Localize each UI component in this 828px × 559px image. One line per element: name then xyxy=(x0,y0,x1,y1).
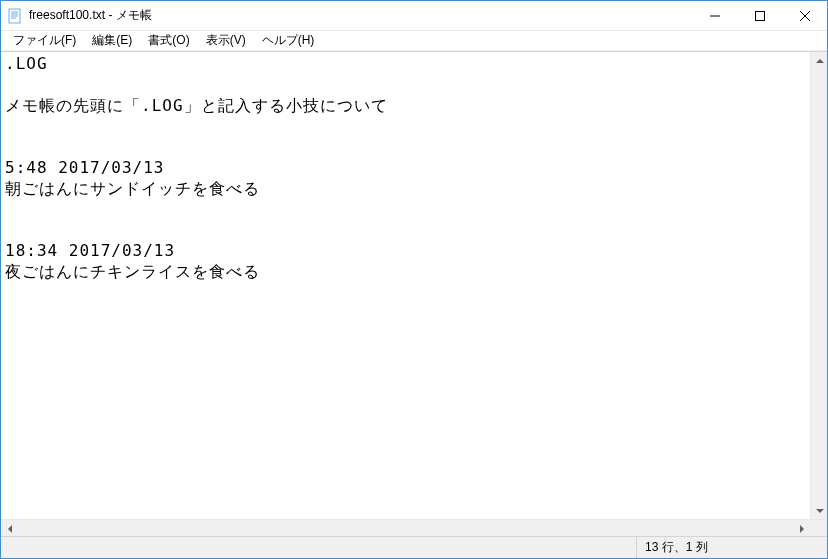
scroll-right-arrow-icon[interactable] xyxy=(793,520,810,536)
svg-marker-9 xyxy=(816,59,824,63)
menu-help[interactable]: ヘルプ(H) xyxy=(254,30,323,51)
horizontal-scrollbar-row xyxy=(1,519,827,536)
menu-edit[interactable]: 編集(E) xyxy=(84,30,140,51)
scroll-down-arrow-icon[interactable] xyxy=(811,502,827,519)
vertical-scrollbar[interactable] xyxy=(810,52,827,519)
menu-view[interactable]: 表示(V) xyxy=(198,30,254,51)
scroll-up-arrow-icon[interactable] xyxy=(811,52,827,69)
content-wrapper: .LOG メモ帳の先頭に「.LOG」と記入する小技について 5:48 2017/… xyxy=(1,51,827,536)
status-spacer xyxy=(1,537,637,558)
text-area-container: .LOG メモ帳の先頭に「.LOG」と記入する小技について 5:48 2017/… xyxy=(1,52,827,519)
scroll-left-arrow-icon[interactable] xyxy=(1,520,18,536)
minimize-button[interactable] xyxy=(692,1,737,30)
text-editor[interactable]: .LOG メモ帳の先頭に「.LOG」と記入する小技について 5:48 2017/… xyxy=(1,52,810,519)
horizontal-scrollbar[interactable] xyxy=(1,520,810,536)
menubar: ファイル(F) 編集(E) 書式(O) 表示(V) ヘルプ(H) xyxy=(1,31,827,51)
scroll-corner xyxy=(810,520,827,536)
svg-marker-12 xyxy=(800,525,804,533)
svg-marker-10 xyxy=(816,509,824,513)
cursor-position: 13 行、1 列 xyxy=(637,537,827,558)
window-title: freesoft100.txt - メモ帳 xyxy=(29,7,692,24)
svg-rect-6 xyxy=(755,11,764,20)
titlebar: freesoft100.txt - メモ帳 xyxy=(1,1,827,31)
statusbar: 13 行、1 列 xyxy=(1,536,827,558)
menu-file[interactable]: ファイル(F) xyxy=(5,30,84,51)
svg-marker-11 xyxy=(8,525,12,533)
hscroll-track[interactable] xyxy=(18,520,793,536)
close-button[interactable] xyxy=(782,1,827,30)
maximize-button[interactable] xyxy=(737,1,782,30)
menu-format[interactable]: 書式(O) xyxy=(140,30,197,51)
window-controls xyxy=(692,1,827,30)
notepad-icon xyxy=(7,8,23,24)
